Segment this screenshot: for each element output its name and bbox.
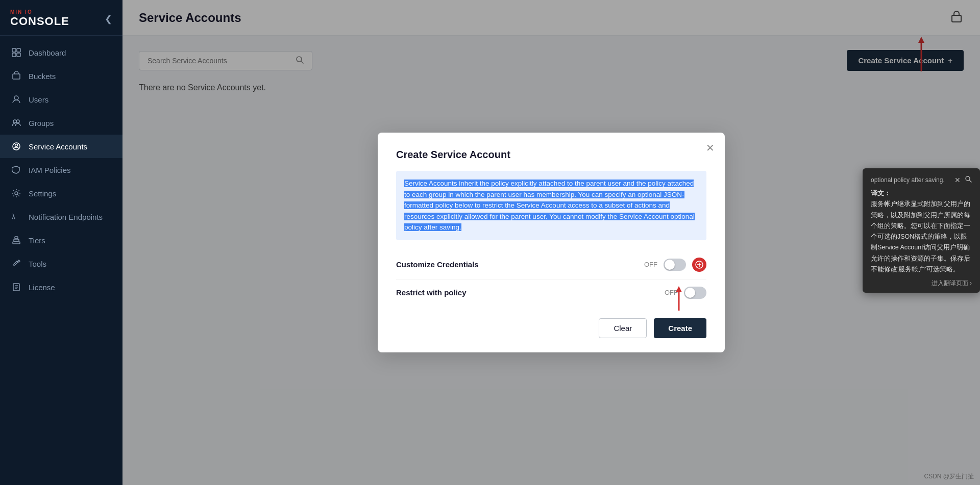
svg-point-5 xyxy=(14,96,18,100)
logo: MIN IO CONSOLE xyxy=(10,9,69,28)
iam-policies-icon xyxy=(11,165,21,175)
translate-search-icon[interactable] xyxy=(965,175,972,184)
svg-point-9 xyxy=(15,144,18,147)
sidebar-item-label-settings: Settings xyxy=(29,189,56,198)
translate-content: 译文： 服务帐户继承显式附加到父用户的策略，以及附加到父用户所属的每个组的策略。… xyxy=(871,188,972,275)
svg-text:λ: λ xyxy=(12,213,15,221)
translate-link[interactable]: 进入翻译页面 xyxy=(871,279,972,288)
logo-console: CONSOLE xyxy=(10,15,69,28)
logo-mini: MIN IO xyxy=(10,9,69,15)
notification-endpoints-icon: λ xyxy=(11,212,21,222)
modal-desc-selected: Service Accounts inherit the policy expl… xyxy=(404,180,695,231)
modal-create-arrow xyxy=(674,285,684,316)
svg-rect-1 xyxy=(17,48,20,52)
sidebar-item-notification-endpoints[interactable]: λ Notification Endpoints xyxy=(0,205,122,228)
svg-rect-0 xyxy=(12,48,16,52)
modal-create-button[interactable]: Create xyxy=(654,318,706,338)
main-content: Service Accounts Create Service Account … xyxy=(122,0,980,485)
translate-label: 译文： xyxy=(871,190,891,197)
svg-rect-3 xyxy=(17,53,20,57)
license-icon xyxy=(11,282,21,292)
sidebar-item-tools[interactable]: Tools xyxy=(0,252,122,275)
sidebar: MIN IO CONSOLE ❮ Dashboard Buckets Users xyxy=(0,0,122,485)
customize-credentials-right: OFF xyxy=(644,258,706,272)
sidebar-item-label-tiers: Tiers xyxy=(29,236,45,245)
settings-icon xyxy=(11,188,21,198)
restrict-policy-label: Restrict with policy xyxy=(396,288,467,297)
customize-credentials-label: Customize Credentials xyxy=(396,260,479,269)
sidebar-logo: MIN IO CONSOLE ❮ xyxy=(0,0,122,36)
clear-button[interactable]: Clear xyxy=(599,318,647,338)
svg-point-12 xyxy=(15,192,18,195)
translate-close-icon[interactable]: ✕ xyxy=(954,176,961,184)
svg-rect-4 xyxy=(13,74,20,79)
restrict-policy-right: OFF xyxy=(665,287,706,299)
dashboard-icon xyxy=(11,47,21,58)
modal-description: Service Accounts inherit the policy expl… xyxy=(396,171,706,240)
customize-credentials-off-label: OFF xyxy=(644,261,657,268)
sidebar-item-label-iam-policies: IAM Policies xyxy=(29,166,71,174)
create-service-account-modal: Create Service Account ✕ Service Account… xyxy=(378,133,725,352)
customize-credentials-toggle[interactable] xyxy=(664,259,686,271)
sidebar-collapse-button[interactable]: ❮ xyxy=(105,13,112,24)
modal-overlay: Create Service Account ✕ Service Account… xyxy=(122,0,980,485)
restrict-policy-toggle[interactable] xyxy=(684,287,706,299)
translate-popup-header: optional policy after saving. ✕ xyxy=(871,175,972,184)
translate-trigger-icon[interactable] xyxy=(692,258,706,272)
restrict-policy-row: Restrict with policy OFF xyxy=(396,279,706,306)
modal-close-button[interactable]: ✕ xyxy=(706,142,715,154)
users-icon xyxy=(11,94,21,105)
modal-actions: Clear Create xyxy=(396,318,706,338)
translate-text: 服务帐户继承显式附加到父用户的策略，以及附加到父用户所属的每个组的策略。您可以在… xyxy=(871,200,970,273)
sidebar-item-users[interactable]: Users xyxy=(0,88,122,111)
sidebar-item-label-notification-endpoints: Notification Endpoints xyxy=(29,213,103,221)
sidebar-item-label-service-accounts: Service Accounts xyxy=(29,142,87,151)
svg-rect-16 xyxy=(15,237,18,239)
service-accounts-icon xyxy=(11,141,21,151)
sidebar-nav: Dashboard Buckets Users Groups Service A… xyxy=(0,36,122,485)
tiers-icon xyxy=(11,235,21,245)
sidebar-item-label-users: Users xyxy=(29,95,48,104)
svg-marker-28 xyxy=(676,286,682,292)
sidebar-item-tiers[interactable]: Tiers xyxy=(0,228,122,252)
svg-rect-14 xyxy=(13,242,20,244)
svg-point-7 xyxy=(16,120,19,123)
translate-popup: optional policy after saving. ✕ 译文： 服务帐户… xyxy=(863,168,980,293)
svg-point-6 xyxy=(13,120,16,123)
sidebar-item-settings[interactable]: Settings xyxy=(0,182,122,205)
sidebar-item-iam-policies[interactable]: IAM Policies xyxy=(0,158,122,182)
translate-popup-partial-text: optional policy after saving. xyxy=(871,176,945,184)
sidebar-item-label-license: License xyxy=(29,283,55,292)
sidebar-item-label-dashboard: Dashboard xyxy=(29,48,66,57)
svg-rect-2 xyxy=(12,53,16,57)
sidebar-item-service-accounts[interactable]: Service Accounts xyxy=(0,135,122,158)
sidebar-item-label-buckets: Buckets xyxy=(29,72,56,81)
modal-title: Create Service Account xyxy=(396,149,706,161)
translate-popup-icons: ✕ xyxy=(954,175,972,184)
svg-rect-15 xyxy=(14,239,19,241)
groups-icon xyxy=(11,118,21,128)
sidebar-item-label-groups: Groups xyxy=(29,119,54,127)
sidebar-item-groups[interactable]: Groups xyxy=(0,111,122,135)
sidebar-item-buckets[interactable]: Buckets xyxy=(0,64,122,88)
sidebar-item-license[interactable]: License xyxy=(0,275,122,299)
sidebar-item-dashboard[interactable]: Dashboard xyxy=(0,41,122,64)
tools-icon xyxy=(11,259,21,269)
sidebar-item-label-tools: Tools xyxy=(29,260,46,268)
buckets-icon xyxy=(11,71,21,81)
svg-line-30 xyxy=(969,180,971,182)
customize-credentials-row: Customize Credentials OFF xyxy=(396,250,706,279)
